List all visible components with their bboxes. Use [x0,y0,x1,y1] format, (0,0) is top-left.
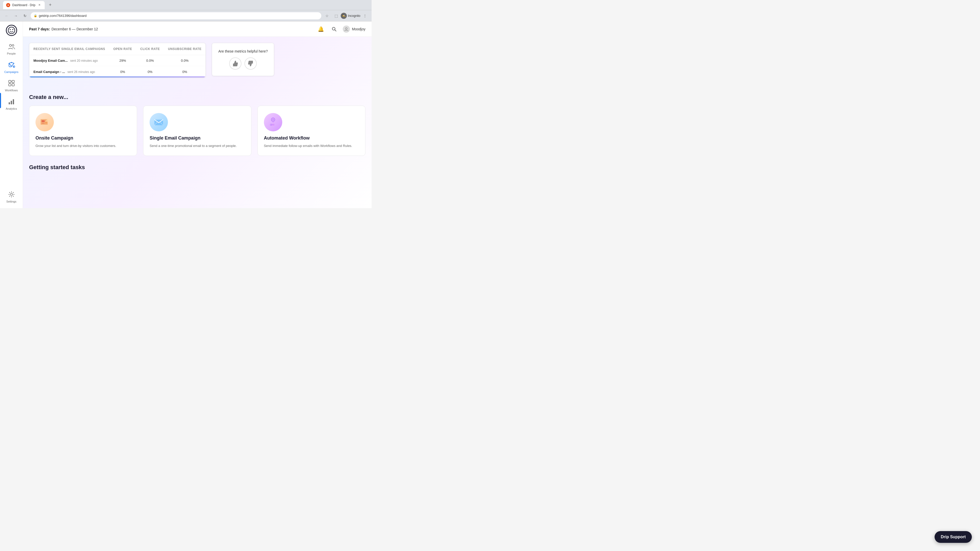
close-tab-button[interactable]: ✕ [38,3,41,7]
lock-icon: 🔒 [34,14,37,17]
people-icon [7,42,16,51]
workflow-card-title: Automated Workflow [264,135,359,141]
date-range-label: Past 7 days: [29,27,50,31]
analytics-icon [7,97,16,106]
workflow-card-desc: Send immediate follow-up emails with Wor… [264,143,359,148]
campaigns-label: Campaigns [4,70,19,73]
col-campaign: Recently sent Single Email Campaigns [29,43,109,55]
email-icon [150,113,168,131]
click-rate-2: 0% [136,66,164,78]
create-cards: Onsite Campaign Grow your list and turn … [29,106,366,156]
svg-rect-9 [9,84,11,86]
metrics-question: Are these metrics helpful here? [218,49,268,53]
tab-bar: ● Dashboard · Drip ✕ + [0,0,372,10]
top-bar-actions: 🔔 Moodjoy [316,24,366,34]
settings-icon [7,190,16,199]
svg-point-4 [12,44,14,46]
svg-rect-30 [272,124,274,125]
campaign-time-2: sent 26 minutes ago [67,70,95,74]
unsubscribe-rate-1: 0.0% [164,55,205,66]
col-unsubscribe-rate: Unsubscribe Rate [164,43,205,55]
svg-point-17 [11,193,13,195]
sidebar-item-workflows[interactable]: Workflows [1,76,22,94]
svg-point-0 [8,27,15,34]
active-tab[interactable]: ● Dashboard · Drip ✕ [3,1,45,9]
thumbs-up-button[interactable] [229,57,242,70]
campaign-card: Recently sent Single Email Campaigns Ope… [29,43,206,78]
logo-icon [6,25,17,36]
create-card-onsite[interactable]: Onsite Campaign Grow your list and turn … [29,106,137,156]
reload-button[interactable]: ↻ [21,12,29,19]
table-row[interactable]: Email Campaign - ... sent 26 minutes ago… [29,66,205,78]
svg-line-19 [335,30,336,31]
notification-button[interactable]: 🔔 [316,24,325,34]
campaign-name-2: Email Campaign - ... [33,70,65,74]
svg-rect-14 [9,102,10,104]
onsite-card-title: Onsite Campaign [35,135,130,141]
sidebar-item-people[interactable]: People [1,40,22,57]
back-button[interactable]: ← [3,12,10,19]
incognito-avatar: 🕵 [341,13,347,19]
svg-point-2 [12,29,13,30]
tab-favicon: ● [6,3,10,7]
metrics-card: Are these metrics helpful here? [212,43,274,76]
svg-point-1 [10,29,11,30]
workflows-icon [7,79,16,88]
new-tab-button[interactable]: + [47,2,54,9]
open-rate-2: 0% [109,66,136,78]
sidebar-item-settings[interactable]: Settings [1,188,22,205]
date-range-value: December 6 — December 12 [52,27,98,31]
svg-point-20 [345,27,347,29]
svg-rect-7 [9,80,11,83]
create-section: Create a new... [29,94,366,156]
top-row: Recently sent Single Email Campaigns Ope… [29,43,366,86]
getting-started-section: Getting started tasks [29,164,366,171]
svg-rect-16 [13,99,14,104]
menu-button[interactable]: ⋮ [361,12,369,19]
top-bar: Past 7 days: December 6 — December 12 🔔 [23,21,372,37]
date-range: Past 7 days: December 6 — December 12 [29,27,98,31]
extensions-button[interactable]: ⬚ [332,12,340,19]
user-name: Moodjoy [352,27,366,31]
user-menu-button[interactable]: Moodjoy [343,25,366,33]
url-text: getdrip.com/7641396/dashboard [39,14,318,17]
page-body: Recently sent Single Email Campaigns Ope… [23,37,372,208]
col-open-rate: Open Rate [109,43,136,55]
svg-rect-8 [12,80,14,83]
forward-button[interactable]: → [12,12,19,19]
table-row[interactable]: Moodjoy Email Cam... sent 20 minutes ago… [29,55,205,66]
sidebar-item-analytics[interactable]: Analytics [1,95,22,112]
col-click-rate: Click Rate [136,43,164,55]
incognito-button[interactable]: 🕵 Incognito [341,13,360,19]
search-button[interactable] [329,24,339,34]
onsite-card-desc: Grow your list and turn drive-by visitor… [35,143,130,148]
onsite-icon [35,113,54,131]
main-content: Past 7 days: December 6 — December 12 🔔 [23,21,372,208]
user-avatar [343,25,350,33]
svg-point-5 [11,62,12,63]
campaigns-icon [7,60,16,69]
create-section-title: Create a new... [29,94,366,100]
create-card-single-email[interactable]: Single Email Campaign Send a one-time pr… [143,106,251,156]
getting-started-title: Getting started tasks [29,164,366,171]
address-bar-row: ← → ↻ 🔒 getdrip.com/7641396/dashboard ☆ … [0,10,372,21]
people-label: People [7,52,16,55]
svg-rect-15 [11,101,12,104]
svg-point-6 [13,66,15,67]
logo[interactable] [0,21,23,39]
campaign-table: Recently sent Single Email Campaigns Ope… [29,43,205,77]
unsubscribe-rate-2: 0% [164,66,205,78]
open-rate-1: 29% [109,55,136,66]
email-card-title: Single Email Campaign [150,135,245,141]
email-card-desc: Send a one-time promotional email to a s… [150,143,245,148]
svg-rect-10 [12,84,14,86]
thumbs-down-button[interactable] [245,57,257,70]
settings-label: Settings [6,200,17,203]
address-bar[interactable]: 🔒 getdrip.com/7641396/dashboard [30,12,321,19]
incognito-label: Incognito [348,14,360,17]
create-card-workflow[interactable]: Automated Workflow Send immediate follow… [258,106,366,156]
sidebar-item-campaigns[interactable]: Campaigns [1,58,22,76]
svg-marker-28 [272,118,274,121]
bookmark-button[interactable]: ☆ [323,12,331,19]
app-layout: People Campaigns [0,21,372,208]
